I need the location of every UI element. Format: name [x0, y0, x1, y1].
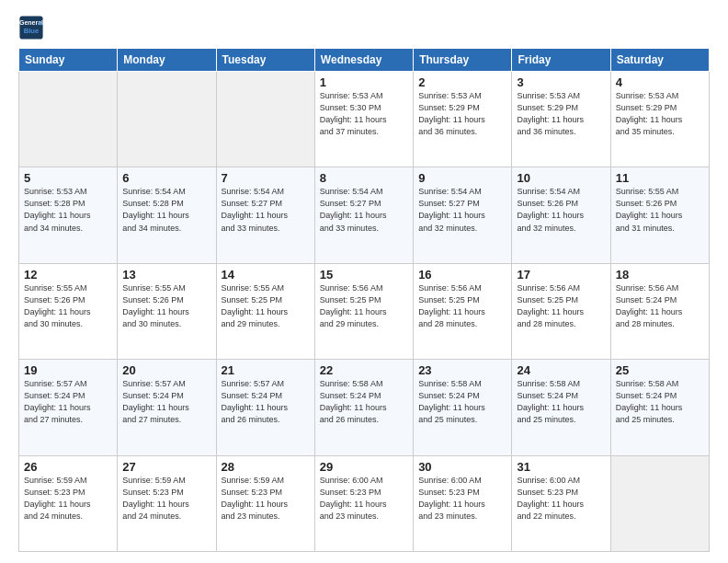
day-cell: 19Sunrise: 5:57 AM Sunset: 5:24 PM Dayli… — [19, 360, 118, 455]
day-number: 14 — [222, 268, 310, 282]
day-cell — [118, 72, 216, 167]
day-cell: 22Sunrise: 5:58 AM Sunset: 5:24 PM Dayli… — [314, 360, 413, 455]
weekday-thursday: Thursday — [414, 49, 512, 72]
day-info: Sunrise: 5:58 AM Sunset: 5:24 PM Dayligh… — [320, 378, 408, 426]
day-info: Sunrise: 5:55 AM Sunset: 5:26 PM Dayligh… — [122, 282, 210, 330]
day-cell — [610, 455, 709, 551]
day-cell: 14Sunrise: 5:55 AM Sunset: 5:25 PM Dayli… — [216, 263, 314, 359]
weekday-header-row: SundayMondayTuesdayWednesdayThursdayFrid… — [19, 49, 710, 72]
day-number: 30 — [418, 460, 506, 474]
day-cell: 3Sunrise: 5:53 AM Sunset: 5:29 PM Daylig… — [512, 72, 610, 167]
day-cell: 31Sunrise: 6:00 AM Sunset: 5:23 PM Dayli… — [512, 455, 610, 551]
weekday-friday: Friday — [512, 49, 610, 72]
day-cell: 2Sunrise: 5:53 AM Sunset: 5:29 PM Daylig… — [414, 72, 512, 167]
day-cell: 26Sunrise: 5:59 AM Sunset: 5:23 PM Dayli… — [19, 455, 118, 551]
day-info: Sunrise: 5:57 AM Sunset: 5:24 PM Dayligh… — [122, 378, 210, 426]
day-info: Sunrise: 5:54 AM Sunset: 5:28 PM Dayligh… — [122, 186, 210, 234]
day-number: 26 — [24, 460, 112, 474]
day-cell: 10Sunrise: 5:54 AM Sunset: 5:26 PM Dayli… — [512, 167, 610, 263]
day-cell: 23Sunrise: 5:58 AM Sunset: 5:24 PM Dayli… — [414, 360, 512, 455]
day-cell: 4Sunrise: 5:53 AM Sunset: 5:29 PM Daylig… — [610, 72, 709, 167]
day-number: 20 — [122, 363, 210, 377]
day-cell: 28Sunrise: 5:59 AM Sunset: 5:23 PM Dayli… — [216, 455, 314, 551]
day-number: 13 — [122, 268, 210, 282]
day-number: 8 — [320, 171, 408, 185]
weekday-saturday: Saturday — [610, 49, 709, 72]
day-cell: 30Sunrise: 6:00 AM Sunset: 5:23 PM Dayli… — [414, 455, 512, 551]
day-number: 1 — [320, 75, 408, 89]
day-info: Sunrise: 5:57 AM Sunset: 5:24 PM Dayligh… — [24, 378, 112, 426]
day-number: 9 — [418, 171, 506, 185]
day-number: 4 — [616, 75, 704, 89]
day-cell: 5Sunrise: 5:53 AM Sunset: 5:28 PM Daylig… — [19, 167, 118, 263]
calendar-body: 1Sunrise: 5:53 AM Sunset: 5:30 PM Daylig… — [19, 72, 710, 552]
day-info: Sunrise: 5:53 AM Sunset: 5:29 PM Dayligh… — [616, 90, 704, 138]
day-info: Sunrise: 5:53 AM Sunset: 5:30 PM Dayligh… — [320, 90, 408, 138]
svg-text:Blue: Blue — [24, 27, 40, 35]
day-info: Sunrise: 5:57 AM Sunset: 5:24 PM Dayligh… — [222, 378, 310, 426]
day-info: Sunrise: 5:56 AM Sunset: 5:25 PM Dayligh… — [517, 282, 605, 330]
day-number: 2 — [418, 75, 506, 89]
day-info: Sunrise: 5:55 AM Sunset: 5:26 PM Dayligh… — [24, 282, 112, 330]
day-cell: 20Sunrise: 5:57 AM Sunset: 5:24 PM Dayli… — [118, 360, 216, 455]
day-cell: 17Sunrise: 5:56 AM Sunset: 5:25 PM Dayli… — [512, 263, 610, 359]
day-cell: 6Sunrise: 5:54 AM Sunset: 5:28 PM Daylig… — [118, 167, 216, 263]
day-number: 16 — [418, 268, 506, 282]
day-info: Sunrise: 5:56 AM Sunset: 5:25 PM Dayligh… — [320, 282, 408, 330]
day-info: Sunrise: 5:59 AM Sunset: 5:23 PM Dayligh… — [24, 475, 112, 523]
day-info: Sunrise: 6:00 AM Sunset: 5:23 PM Dayligh… — [418, 475, 506, 523]
day-cell: 1Sunrise: 5:53 AM Sunset: 5:30 PM Daylig… — [314, 72, 413, 167]
day-info: Sunrise: 6:00 AM Sunset: 5:23 PM Dayligh… — [320, 475, 408, 523]
day-info: Sunrise: 5:53 AM Sunset: 5:29 PM Dayligh… — [517, 90, 605, 138]
weekday-sunday: Sunday — [19, 49, 118, 72]
day-number: 6 — [122, 171, 210, 185]
day-info: Sunrise: 5:56 AM Sunset: 5:25 PM Dayligh… — [418, 282, 506, 330]
day-number: 3 — [517, 75, 605, 89]
day-cell: 21Sunrise: 5:57 AM Sunset: 5:24 PM Dayli… — [216, 360, 314, 455]
day-cell: 29Sunrise: 6:00 AM Sunset: 5:23 PM Dayli… — [314, 455, 413, 551]
day-info: Sunrise: 5:58 AM Sunset: 5:24 PM Dayligh… — [616, 378, 704, 426]
calendar-table: SundayMondayTuesdayWednesdayThursdayFrid… — [18, 48, 710, 552]
day-info: Sunrise: 5:54 AM Sunset: 5:26 PM Dayligh… — [517, 186, 605, 234]
day-info: Sunrise: 5:53 AM Sunset: 5:28 PM Dayligh… — [24, 186, 112, 234]
week-row-4: 19Sunrise: 5:57 AM Sunset: 5:24 PM Dayli… — [19, 360, 710, 455]
page-header: General Blue — [18, 15, 710, 40]
day-info: Sunrise: 5:55 AM Sunset: 5:25 PM Dayligh… — [222, 282, 310, 330]
day-cell: 18Sunrise: 5:56 AM Sunset: 5:24 PM Dayli… — [610, 263, 709, 359]
day-number: 5 — [24, 171, 112, 185]
day-cell: 11Sunrise: 5:55 AM Sunset: 5:26 PM Dayli… — [610, 167, 709, 263]
day-cell: 9Sunrise: 5:54 AM Sunset: 5:27 PM Daylig… — [414, 167, 512, 263]
day-number: 19 — [24, 363, 112, 377]
day-number: 17 — [517, 268, 605, 282]
day-number: 24 — [517, 363, 605, 377]
day-number: 31 — [517, 460, 605, 474]
day-info: Sunrise: 6:00 AM Sunset: 5:23 PM Dayligh… — [517, 475, 605, 523]
day-number: 10 — [517, 171, 605, 185]
day-cell: 25Sunrise: 5:58 AM Sunset: 5:24 PM Dayli… — [610, 360, 709, 455]
day-info: Sunrise: 5:56 AM Sunset: 5:24 PM Dayligh… — [616, 282, 704, 330]
day-info: Sunrise: 5:54 AM Sunset: 5:27 PM Dayligh… — [222, 186, 310, 234]
day-cell: 7Sunrise: 5:54 AM Sunset: 5:27 PM Daylig… — [216, 167, 314, 263]
day-cell — [19, 72, 118, 167]
logo: General Blue — [18, 15, 44, 40]
day-number: 7 — [222, 171, 310, 185]
day-cell: 27Sunrise: 5:59 AM Sunset: 5:23 PM Dayli… — [118, 455, 216, 551]
day-info: Sunrise: 5:55 AM Sunset: 5:26 PM Dayligh… — [616, 186, 704, 234]
weekday-tuesday: Tuesday — [216, 49, 314, 72]
day-cell: 24Sunrise: 5:58 AM Sunset: 5:24 PM Dayli… — [512, 360, 610, 455]
day-number: 18 — [616, 268, 704, 282]
day-number: 21 — [222, 363, 310, 377]
day-cell: 16Sunrise: 5:56 AM Sunset: 5:25 PM Dayli… — [414, 263, 512, 359]
weekday-monday: Monday — [118, 49, 216, 72]
day-number: 23 — [418, 363, 506, 377]
week-row-2: 5Sunrise: 5:53 AM Sunset: 5:28 PM Daylig… — [19, 167, 710, 263]
day-info: Sunrise: 5:59 AM Sunset: 5:23 PM Dayligh… — [122, 475, 210, 523]
day-info: Sunrise: 5:59 AM Sunset: 5:23 PM Dayligh… — [222, 475, 310, 523]
day-cell — [216, 72, 314, 167]
day-cell: 13Sunrise: 5:55 AM Sunset: 5:26 PM Dayli… — [118, 263, 216, 359]
day-number: 22 — [320, 363, 408, 377]
day-cell: 12Sunrise: 5:55 AM Sunset: 5:26 PM Dayli… — [19, 263, 118, 359]
day-number: 25 — [616, 363, 704, 377]
day-cell: 15Sunrise: 5:56 AM Sunset: 5:25 PM Dayli… — [314, 263, 413, 359]
day-number: 15 — [320, 268, 408, 282]
